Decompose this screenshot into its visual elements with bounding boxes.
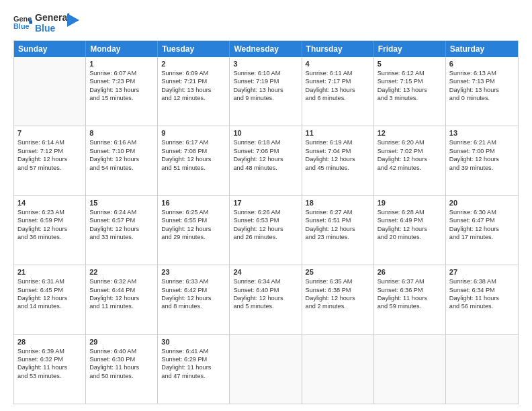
day-number: 28 bbox=[17, 338, 82, 346]
cell-info-line: Daylight: 12 hours bbox=[306, 155, 370, 163]
cal-cell: 28Sunrise: 6:39 AMSunset: 6:32 PMDayligh… bbox=[14, 335, 86, 404]
cell-info-line: Sunset: 6:34 PM bbox=[449, 286, 515, 294]
cell-info-line: and 57 minutes. bbox=[17, 164, 82, 172]
cell-info-line: Daylight: 13 hours bbox=[306, 86, 370, 94]
cell-info-line: and 17 minutes. bbox=[449, 233, 515, 241]
cell-info-line: and 5 minutes. bbox=[233, 302, 298, 310]
cell-info-line: Daylight: 12 hours bbox=[17, 294, 82, 302]
cal-cell: 30Sunrise: 6:41 AMSunset: 6:29 PMDayligh… bbox=[158, 335, 230, 404]
cal-header-friday: Friday bbox=[374, 41, 446, 57]
cell-info-line: Sunset: 6:45 PM bbox=[17, 286, 82, 294]
day-number: 10 bbox=[233, 129, 298, 137]
cal-week-3: 14Sunrise: 6:23 AMSunset: 6:59 PMDayligh… bbox=[14, 196, 518, 265]
cell-info-line: and 14 minutes. bbox=[17, 302, 82, 310]
cal-cell: 23Sunrise: 6:33 AMSunset: 6:42 PMDayligh… bbox=[158, 265, 230, 334]
day-number: 27 bbox=[449, 268, 515, 276]
day-number: 21 bbox=[17, 268, 82, 276]
cell-info-line: Sunrise: 6:09 AM bbox=[161, 69, 226, 77]
cell-info-line: Daylight: 12 hours bbox=[17, 225, 82, 233]
cell-info-line: and 33 minutes. bbox=[89, 233, 154, 241]
cell-info-line: Sunset: 7:19 PM bbox=[233, 77, 298, 85]
cell-info-line: and 9 minutes. bbox=[233, 94, 298, 102]
cell-info-line: and 53 minutes. bbox=[17, 372, 82, 380]
cell-info-line: Sunset: 6:29 PM bbox=[161, 355, 226, 363]
cal-cell: 1Sunrise: 6:07 AMSunset: 7:23 PMDaylight… bbox=[86, 57, 158, 126]
cell-info-line: Sunset: 6:59 PM bbox=[17, 216, 82, 224]
cell-info-line: Daylight: 11 hours bbox=[89, 363, 154, 371]
day-number: 16 bbox=[161, 199, 226, 207]
cell-info-line: Sunset: 7:23 PM bbox=[89, 77, 154, 85]
cal-cell: 8Sunrise: 6:16 AMSunset: 7:10 PMDaylight… bbox=[86, 126, 158, 195]
cal-cell: 11Sunrise: 6:19 AMSunset: 7:04 PMDayligh… bbox=[302, 126, 374, 195]
cell-info-line: and 48 minutes. bbox=[233, 164, 298, 172]
cal-cell bbox=[14, 57, 86, 126]
cal-cell: 6Sunrise: 6:13 AMSunset: 7:13 PMDaylight… bbox=[446, 57, 518, 126]
cell-info-line: Sunset: 6:36 PM bbox=[378, 286, 442, 294]
cell-info-line: Sunset: 7:08 PM bbox=[161, 147, 226, 155]
day-number: 8 bbox=[89, 129, 154, 137]
cell-info-line: Sunset: 6:32 PM bbox=[17, 355, 82, 363]
cell-info-line: and 3 minutes. bbox=[378, 94, 442, 102]
cell-info-line: Sunset: 6:53 PM bbox=[233, 216, 298, 224]
day-number: 11 bbox=[306, 129, 370, 137]
cell-info-line: and 15 minutes. bbox=[89, 94, 154, 102]
cal-cell bbox=[446, 335, 518, 404]
cal-header-wednesday: Wednesday bbox=[230, 41, 302, 57]
cell-info-line: and 0 minutes. bbox=[449, 94, 515, 102]
cell-info-line: Sunrise: 6:27 AM bbox=[306, 208, 370, 216]
cell-info-line: Sunset: 6:40 PM bbox=[233, 286, 298, 294]
cell-info-line: Sunset: 7:06 PM bbox=[233, 147, 298, 155]
cell-info-line: Daylight: 12 hours bbox=[378, 155, 442, 163]
cal-cell: 25Sunrise: 6:35 AMSunset: 6:38 PMDayligh… bbox=[302, 265, 374, 334]
cell-info-line: Sunset: 7:21 PM bbox=[161, 77, 226, 85]
cell-info-line: Sunset: 6:51 PM bbox=[306, 216, 370, 224]
cell-info-line: Sunrise: 6:14 AM bbox=[17, 138, 82, 146]
cell-info-line: Sunrise: 6:20 AM bbox=[378, 138, 442, 146]
cell-info-line: Sunrise: 6:21 AM bbox=[449, 138, 515, 146]
cell-info-line: Sunrise: 6:40 AM bbox=[89, 347, 154, 355]
cell-info-line: Sunrise: 6:39 AM bbox=[17, 347, 82, 355]
cal-cell: 13Sunrise: 6:21 AMSunset: 7:00 PMDayligh… bbox=[446, 126, 518, 195]
day-number: 3 bbox=[233, 60, 298, 68]
cal-cell bbox=[230, 335, 302, 404]
cell-info-line: and 29 minutes. bbox=[161, 233, 226, 241]
cell-info-line: Sunset: 7:15 PM bbox=[378, 77, 442, 85]
cell-info-line: and 12 minutes. bbox=[161, 94, 226, 102]
cell-info-line: Sunrise: 6:31 AM bbox=[17, 277, 82, 285]
cell-info-line: Daylight: 12 hours bbox=[233, 225, 298, 233]
cell-info-line: Daylight: 12 hours bbox=[449, 155, 515, 163]
cell-info-line: and 26 minutes. bbox=[233, 233, 298, 241]
cell-info-line: and 2 minutes. bbox=[306, 302, 370, 310]
cal-header-thursday: Thursday bbox=[302, 41, 374, 57]
cell-info-line: and 47 minutes. bbox=[161, 372, 226, 380]
day-number: 1 bbox=[89, 60, 154, 68]
day-number: 19 bbox=[378, 199, 442, 207]
day-number: 20 bbox=[449, 199, 515, 207]
cell-info-line: Sunset: 7:02 PM bbox=[378, 147, 442, 155]
svg-marker-4 bbox=[67, 13, 79, 27]
cell-info-line: Daylight: 13 hours bbox=[449, 86, 515, 94]
day-number: 13 bbox=[449, 129, 515, 137]
cell-info-line: and 56 minutes. bbox=[449, 302, 515, 310]
cell-info-line: Daylight: 13 hours bbox=[233, 86, 298, 94]
cal-cell: 21Sunrise: 6:31 AMSunset: 6:45 PMDayligh… bbox=[14, 265, 86, 334]
cal-cell bbox=[302, 335, 374, 404]
day-number: 7 bbox=[17, 129, 82, 137]
cal-week-4: 21Sunrise: 6:31 AMSunset: 6:45 PMDayligh… bbox=[14, 265, 518, 334]
cell-info-line: Sunset: 7:12 PM bbox=[17, 147, 82, 155]
cal-header-saturday: Saturday bbox=[446, 41, 518, 57]
cal-cell: 17Sunrise: 6:26 AMSunset: 6:53 PMDayligh… bbox=[230, 196, 302, 265]
cal-cell: 19Sunrise: 6:28 AMSunset: 6:49 PMDayligh… bbox=[374, 196, 446, 265]
logo: General Blue General Blue bbox=[13, 12, 79, 34]
cell-info-line: Daylight: 12 hours bbox=[17, 155, 82, 163]
cell-info-line: Sunrise: 6:17 AM bbox=[161, 138, 226, 146]
cal-cell: 7Sunrise: 6:14 AMSunset: 7:12 PMDaylight… bbox=[14, 126, 86, 195]
day-number: 2 bbox=[161, 60, 226, 68]
cal-header-sunday: Sunday bbox=[14, 41, 86, 57]
cell-info-line: Daylight: 12 hours bbox=[161, 225, 226, 233]
cell-info-line: and 36 minutes. bbox=[17, 233, 82, 241]
cell-info-line: and 23 minutes. bbox=[306, 233, 370, 241]
cell-info-line: Sunset: 6:57 PM bbox=[89, 216, 154, 224]
cal-cell: 26Sunrise: 6:37 AMSunset: 6:36 PMDayligh… bbox=[374, 265, 446, 334]
cell-info-line: Sunset: 6:30 PM bbox=[89, 355, 154, 363]
